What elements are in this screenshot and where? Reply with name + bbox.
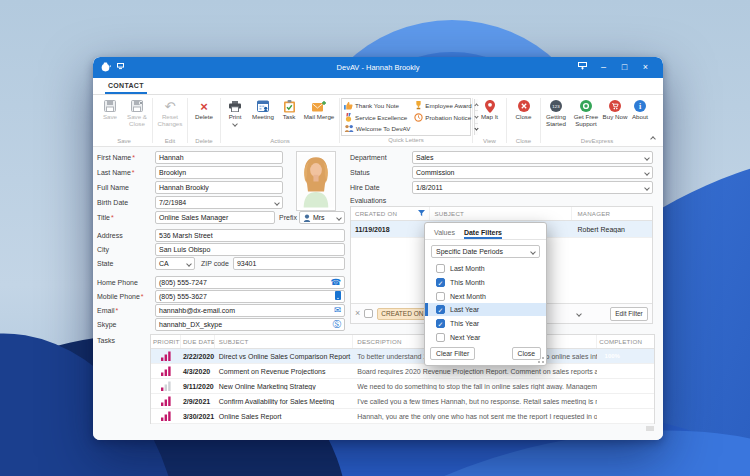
home-phone-input[interactable]: (805) 555-7247☎: [155, 276, 345, 289]
first-name-input[interactable]: Hannah: [155, 151, 283, 164]
task-row[interactable]: 2/22/2020 Direct vs Online Sales Compari…: [151, 349, 654, 364]
minimize-icon[interactable]: –: [593, 57, 614, 78]
quick-letter-welcome-to-devav[interactable]: Welcome To DevAV: [344, 123, 410, 134]
skype-input[interactable]: hannahb_DX_skypeⓈ: [155, 318, 345, 331]
ribbon-group-label-actions: Actions: [222, 137, 338, 146]
option-this-year[interactable]: This Year: [425, 317, 546, 330]
option-next-month[interactable]: Next Month: [425, 290, 546, 303]
tab-values[interactable]: Values: [434, 229, 455, 239]
close-contact-button[interactable]: Close: [508, 96, 539, 121]
chevron-down-icon[interactable]: [274, 200, 280, 206]
column-header-completion[interactable]: COMPLETION: [597, 335, 654, 348]
last-name-input[interactable]: Brooklyn: [155, 166, 283, 179]
about-button[interactable]: i About: [628, 96, 652, 121]
checkbox[interactable]: [436, 319, 445, 328]
tab-date-filters[interactable]: Date Filters: [464, 229, 502, 239]
getting-started-button[interactable]: 123 Getting Started: [542, 96, 570, 128]
filter-dropdown-chevron-icon[interactable]: [576, 311, 582, 317]
ribbon-display-options-icon[interactable]: [572, 57, 593, 78]
task-subject: New Online Marketing Strategy: [215, 383, 353, 390]
scrollbar-corner[interactable]: [646, 426, 654, 431]
title-input[interactable]: Online Sales Manager: [155, 211, 275, 224]
email-input[interactable]: hannahb@dx-email.com✉: [155, 304, 345, 317]
city-input[interactable]: San Luis Obispo: [155, 243, 345, 256]
birth-date-input[interactable]: 7/2/1984: [155, 196, 283, 209]
state-select[interactable]: CA: [155, 257, 195, 270]
map-it-button-label: Map It: [481, 114, 498, 121]
task-button[interactable]: Task: [278, 96, 300, 121]
quick-letter-employee-award[interactable]: Employee Award: [414, 100, 471, 111]
tab-contact[interactable]: CONTACT: [105, 78, 147, 94]
evaluations-header: CREATED ON SUBJECT MANAGER: [351, 207, 652, 221]
meeting-button[interactable]: Meeting: [248, 96, 278, 121]
chevron-down-icon[interactable]: [644, 185, 650, 191]
chevron-down-icon[interactable]: [336, 215, 342, 221]
save-button[interactable]: Save: [97, 96, 123, 121]
print-dropdown-chevron-icon: [232, 121, 238, 127]
mail-merge-button[interactable]: Mail Merge: [300, 96, 338, 121]
column-header-subject[interactable]: SUBJECT: [215, 335, 353, 348]
contact-photo[interactable]: [296, 151, 336, 211]
task-row[interactable]: 9/11/2020 New Online Marketing Strategy …: [151, 379, 654, 394]
address-input[interactable]: 536 Marsh Street: [155, 229, 345, 242]
checkbox[interactable]: [436, 278, 445, 287]
remove-filter-x-icon[interactable]: ×: [355, 309, 360, 318]
task-row[interactable]: 4/3/2020 Comment on Revenue Projections …: [151, 364, 654, 379]
full-name-input[interactable]: Hannah Brookly: [155, 181, 283, 194]
column-header-priority[interactable]: PRIORITY: [151, 335, 181, 348]
save-close-icon: [131, 99, 143, 113]
option-last-month[interactable]: Last Month: [425, 262, 546, 275]
task-row[interactable]: 2/9/2021 Confirm Availability for Sales …: [151, 394, 654, 409]
save-and-close-button[interactable]: Save & Close: [123, 96, 151, 128]
column-header-subject[interactable]: SUBJECT: [430, 207, 571, 220]
quick-letter-label: Welcome To DevAV: [356, 125, 410, 132]
maximize-icon[interactable]: □: [614, 57, 635, 78]
buy-now-button[interactable]: Buy Now: [602, 96, 628, 121]
prefix-select[interactable]: Mrs: [299, 211, 345, 224]
map-it-button[interactable]: Map It: [474, 96, 505, 121]
department-select[interactable]: Sales: [412, 151, 653, 164]
delete-button[interactable]: × Delete: [189, 96, 219, 121]
checkbox[interactable]: [436, 264, 445, 273]
checkbox[interactable]: [436, 333, 445, 342]
date-period-select[interactable]: Specific Date Periods: [431, 245, 540, 258]
edit-filter-button[interactable]: Edit Filter: [610, 307, 648, 321]
chevron-down-icon[interactable]: [644, 155, 650, 161]
close-popup-button[interactable]: Close: [512, 347, 541, 360]
quick-letter-thank-you-note[interactable]: Thank You Note: [344, 100, 410, 111]
close-icon[interactable]: ×: [635, 57, 656, 78]
quick-letter-probation-notice[interactable]: Probation Notice: [414, 112, 471, 123]
print-button[interactable]: Print: [222, 96, 248, 126]
hire-date-select[interactable]: 1/8/2011: [412, 181, 653, 194]
column-header-due-date[interactable]: DUE DATE: [181, 335, 215, 348]
chevron-down-icon[interactable]: [186, 261, 192, 267]
column-header-created-on[interactable]: CREATED ON: [351, 207, 430, 220]
option-next-year[interactable]: Next Year: [425, 331, 546, 344]
option-this-month[interactable]: This Month: [425, 276, 546, 289]
zip-input[interactable]: 93401: [233, 257, 345, 270]
get-free-support-button[interactable]: Get Free Support: [570, 96, 602, 128]
status-select[interactable]: Commission: [412, 166, 653, 179]
chevron-down-icon[interactable]: [644, 170, 650, 176]
title-bar[interactable]: DevAV - Hannah Brookly – □ ×: [93, 57, 663, 78]
option-last-year[interactable]: Last Year: [425, 303, 546, 316]
resize-grip[interactable]: [542, 361, 544, 363]
contact-form-body: First Name* Hannah Last Name* Brooklyn F…: [93, 147, 663, 440]
mobile-phone-input[interactable]: (805) 555-3627: [155, 290, 345, 303]
task-row[interactable]: 3/30/2021 Online Sales Report Hannah, yo…: [151, 409, 654, 424]
clear-filter-button[interactable]: Clear Filter: [430, 347, 475, 360]
column-header-manager[interactable]: MANAGER: [572, 207, 652, 220]
filter-funnel-icon[interactable]: [418, 210, 425, 217]
chevron-down-icon[interactable]: [530, 249, 536, 255]
checkbox[interactable]: [436, 292, 445, 301]
reset-changes-button[interactable]: ↶ Reset Changes: [154, 96, 186, 128]
evaluation-manager: Robert Reagan: [572, 226, 652, 233]
quick-letter-service-excellence[interactable]: Service Excellence: [344, 112, 410, 123]
checkbox[interactable]: [436, 305, 445, 314]
filter-popup-tabs: Values Date Filters: [425, 223, 546, 240]
task-description: We need to do something to stop the fall…: [353, 383, 597, 390]
filter-enabled-checkbox[interactable]: [364, 309, 373, 318]
skype-icon: Ⓢ: [333, 320, 342, 329]
priority-high-icon: [161, 411, 171, 421]
quick-access-icon[interactable]: [117, 63, 124, 72]
